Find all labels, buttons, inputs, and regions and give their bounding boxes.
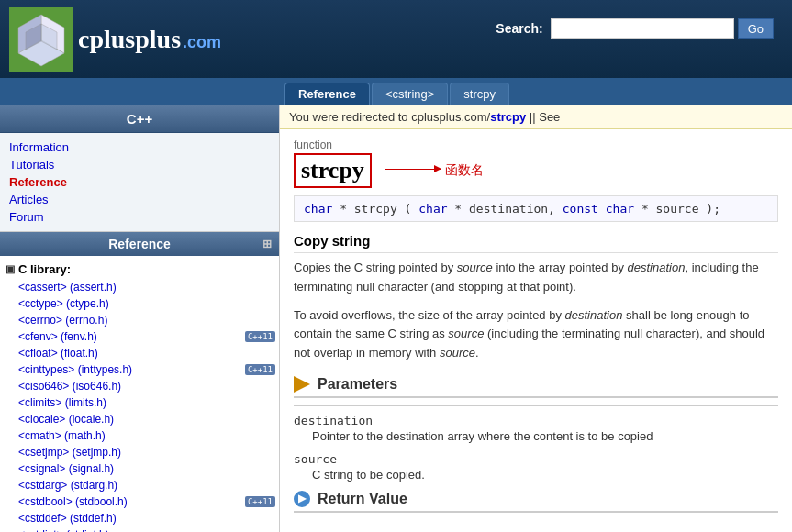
ref-item-cinttypes[interactable]: <cinttypes> (inttypes.h) C++11 bbox=[0, 361, 279, 378]
param-destination-name: destination bbox=[294, 414, 778, 427]
description-text-2: To avoid overflows, the size of the arra… bbox=[294, 306, 778, 363]
ref-item-cctype[interactable]: <cctype> (ctype.h) bbox=[0, 295, 279, 312]
ref-item-cstdint[interactable]: <cstdint> (stdint.h) bbox=[0, 526, 279, 532]
redirect-text: You were redirected to cplusplus.com/ bbox=[289, 110, 490, 124]
ref-item-cfloat[interactable]: <cfloat> (float.h) bbox=[0, 345, 279, 361]
ref-header-label: Reference bbox=[108, 237, 171, 251]
description-text-1: Copies the C string pointed by source in… bbox=[294, 259, 778, 297]
cpp11-badge-3: C++11 bbox=[245, 496, 275, 507]
sidebar: C++ Information Tutorials Reference Arti… bbox=[0, 105, 280, 532]
cpp-section-header: C++ bbox=[0, 105, 279, 133]
sidebar-item-reference[interactable]: Reference bbox=[9, 173, 270, 191]
c-library-label: C library: bbox=[18, 262, 71, 276]
logo-area: cplusplus.com bbox=[9, 7, 284, 72]
content-inner: function strcpy 函数名 char * strcpy ( char… bbox=[280, 129, 792, 522]
sidebar-item-forum[interactable]: Forum bbox=[9, 208, 270, 226]
sidebar-item-tutorials[interactable]: Tutorials bbox=[9, 156, 270, 173]
func-name: strcpy bbox=[294, 153, 372, 188]
ref-item-cstdbool[interactable]: <cstdbool> (stdbool.h) C++11 bbox=[0, 493, 279, 510]
copy-string-header: Copy string bbox=[294, 233, 778, 253]
expand-icon[interactable]: ⊞ bbox=[262, 238, 272, 250]
ref-item-climits[interactable]: <climits> (limits.h) bbox=[0, 394, 279, 411]
sidebar-item-information[interactable]: Information bbox=[9, 139, 270, 156]
ref-panel-header: Reference ⊞ bbox=[0, 232, 279, 256]
return-header: ▶ Return Value bbox=[294, 491, 778, 513]
search-input[interactable] bbox=[551, 18, 734, 39]
nav-tabs: Reference <cstring> strcpy bbox=[0, 78, 792, 105]
func-signature: char * strcpy ( char * destination, cons… bbox=[294, 195, 778, 222]
ref-item-cassert[interactable]: <cassert> (assert.h) bbox=[0, 279, 279, 295]
ref-item-clocale[interactable]: <clocale> (locale.h) bbox=[0, 411, 279, 427]
ref-list: ▣ C library: <cassert> (assert.h) <cctyp… bbox=[0, 256, 279, 532]
ref-item-ciso646[interactable]: <ciso646> (iso646.h) bbox=[0, 378, 279, 394]
tab-strcpy[interactable]: strcpy bbox=[450, 83, 509, 105]
main-layout: C++ Information Tutorials Reference Arti… bbox=[0, 105, 792, 532]
logo-name: cplusplus bbox=[78, 25, 181, 53]
sidebar-item-articles[interactable]: Articles bbox=[9, 191, 270, 208]
c-library-section[interactable]: ▣ C library: bbox=[0, 260, 279, 279]
param-destination-desc: Pointer to the destination array where t… bbox=[294, 429, 778, 443]
ref-item-csignal[interactable]: <csignal> (signal.h) bbox=[0, 460, 279, 477]
ref-item-cstddef[interactable]: <cstddef> (stddef.h) bbox=[0, 510, 279, 526]
redirect-link[interactable]: strcpy bbox=[490, 110, 526, 124]
param-destination: destination Pointer to the destination a… bbox=[294, 414, 778, 443]
arrow-line bbox=[385, 169, 441, 170]
annotation-text: 函数名 bbox=[445, 162, 484, 179]
logo-icon bbox=[9, 7, 73, 72]
func-name-row: strcpy 函数名 bbox=[294, 153, 778, 188]
params-label: Parameters bbox=[318, 376, 397, 393]
header: cplusplus.com Search: Go bbox=[0, 0, 792, 78]
cpp11-badge-2: C++11 bbox=[245, 364, 275, 375]
param-source-name: source bbox=[294, 452, 778, 466]
param-source-desc: C string to be copied. bbox=[294, 468, 778, 482]
func-type-label: function bbox=[294, 139, 778, 151]
search-area: Search: Go bbox=[496, 18, 774, 39]
content-area: You were redirected to cplusplus.com/str… bbox=[280, 105, 792, 532]
params-icon bbox=[294, 376, 310, 393]
ref-item-cfenv[interactable]: <cfenv> (fenv.h) C++11 bbox=[0, 328, 279, 345]
return-icon: ▶ bbox=[294, 491, 310, 507]
logo-dotcom: .com bbox=[183, 33, 221, 51]
param-source: source C string to be copied. bbox=[294, 452, 778, 482]
ref-item-csetjmp[interactable]: <csetjmp> (setjmp.h) bbox=[0, 444, 279, 460]
redirect-bar: You were redirected to cplusplus.com/str… bbox=[280, 105, 792, 129]
redirect-sep: || See bbox=[526, 110, 560, 124]
search-button[interactable]: Go bbox=[738, 18, 774, 39]
return-label: Return Value bbox=[318, 491, 407, 507]
ref-item-cmath[interactable]: <cmath> (math.h) bbox=[0, 427, 279, 444]
cpp11-badge: C++11 bbox=[245, 331, 275, 342]
ref-item-cerrno[interactable]: <cerrno> (errno.h) bbox=[0, 312, 279, 328]
tab-cstring[interactable]: <cstring> bbox=[372, 83, 448, 105]
func-annotation: 函数名 bbox=[385, 162, 484, 179]
params-header: Parameters bbox=[294, 376, 778, 398]
ref-item-cstdarg[interactable]: <cstdarg> (stdarg.h) bbox=[0, 477, 279, 493]
collapse-icon: ▣ bbox=[6, 263, 15, 275]
logo-text-group: cplusplus.com bbox=[78, 25, 221, 54]
tab-reference[interactable]: Reference bbox=[284, 83, 370, 105]
cpp-nav: Information Tutorials Reference Articles… bbox=[0, 133, 279, 232]
search-label: Search: bbox=[496, 21, 542, 36]
